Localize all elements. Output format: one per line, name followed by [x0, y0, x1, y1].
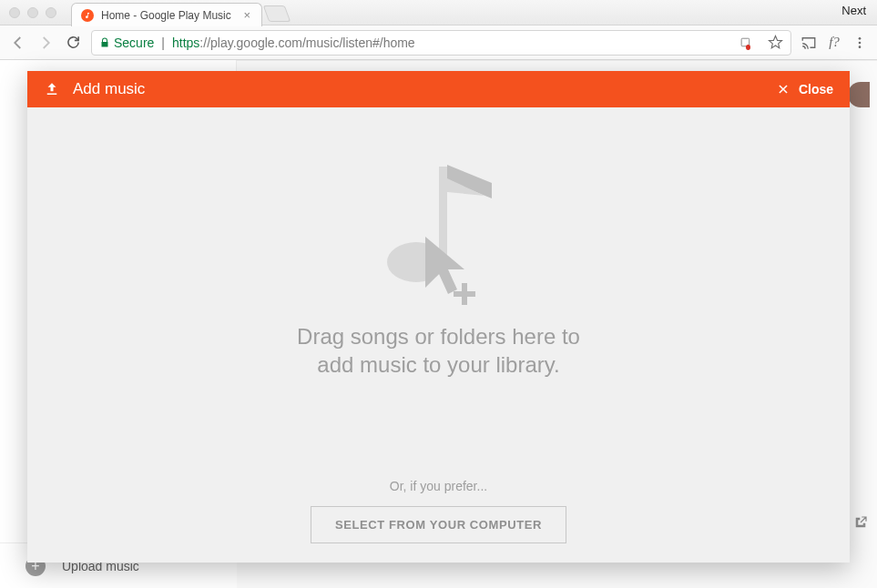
close-label: Close	[799, 82, 833, 96]
music-note-cursor-illustration	[375, 135, 503, 317]
or-divider-text: Or, if you prefer...	[390, 479, 487, 493]
select-from-computer-button[interactable]: SELECT FROM YOUR COMPUTER	[311, 506, 566, 543]
svg-point-3	[859, 41, 862, 44]
modal-title: Add music	[73, 80, 145, 98]
drop-zone[interactable]: Drag songs or folders here to add music …	[27, 107, 850, 563]
lock-icon	[99, 37, 110, 48]
bookmark-star-icon[interactable]	[767, 35, 783, 51]
new-tab-button[interactable]	[263, 5, 291, 22]
url-text: https://play.google.com/music/listen#/ho…	[172, 35, 415, 50]
account-avatar[interactable]	[848, 82, 870, 107]
svg-point-4	[859, 46, 862, 48]
omnibox-right-icons	[734, 35, 783, 51]
font-tool-label: f?	[829, 35, 840, 50]
play-music-favicon	[81, 9, 94, 22]
close-tab-icon[interactable]: ×	[243, 8, 250, 22]
macos-titlebar: Home - Google Play Music × Next	[0, 0, 877, 25]
zoom-window-dot[interactable]	[46, 7, 56, 18]
minimize-window-dot[interactable]	[27, 7, 38, 18]
drop-instructions: Drag songs or folders here to add music …	[297, 322, 580, 379]
drop-line-2: add music to your library.	[317, 352, 559, 377]
browser-tab-active[interactable]: Home - Google Play Music ×	[71, 3, 262, 26]
close-icon	[777, 83, 790, 96]
address-bar[interactable]: Secure | https://play.google.com/music/l…	[91, 30, 791, 56]
back-button[interactable]	[9, 34, 27, 52]
url-rest: ://play.google.com/music/listen#/home	[199, 35, 414, 50]
close-button[interactable]: Close	[777, 82, 833, 96]
close-window-dot[interactable]	[9, 7, 20, 18]
secure-label: Secure	[114, 35, 154, 50]
reload-button[interactable]	[64, 34, 82, 52]
extension-icon[interactable]	[739, 35, 756, 51]
tab-title: Home - Google Play Music	[101, 9, 231, 22]
modal-header: Add music Close	[27, 71, 850, 107]
secure-indicator: Secure	[99, 35, 154, 50]
browser-toolbar: Secure | https://play.google.com/music/l…	[0, 25, 877, 60]
cast-icon[interactable]	[801, 35, 817, 51]
chrome-menu-icon[interactable]	[852, 35, 868, 51]
popout-icon[interactable]	[853, 515, 868, 533]
svg-rect-13	[454, 291, 475, 297]
next-label: Next	[841, 4, 866, 17]
url-separator: |	[161, 35, 165, 50]
window-controls	[9, 7, 56, 18]
forward-button[interactable]	[36, 34, 55, 52]
add-music-modal: Add music Close Drag songs or folders he…	[27, 71, 850, 563]
svg-point-2	[859, 37, 862, 40]
svg-marker-1	[769, 35, 781, 47]
upload-icon	[44, 81, 60, 97]
url-scheme: https	[172, 35, 199, 50]
tab-strip: Home - Google Play Music ×	[71, 3, 288, 26]
drop-line-1: Drag songs or folders here to	[297, 324, 580, 349]
font-tool-icon[interactable]: f?	[826, 35, 842, 51]
